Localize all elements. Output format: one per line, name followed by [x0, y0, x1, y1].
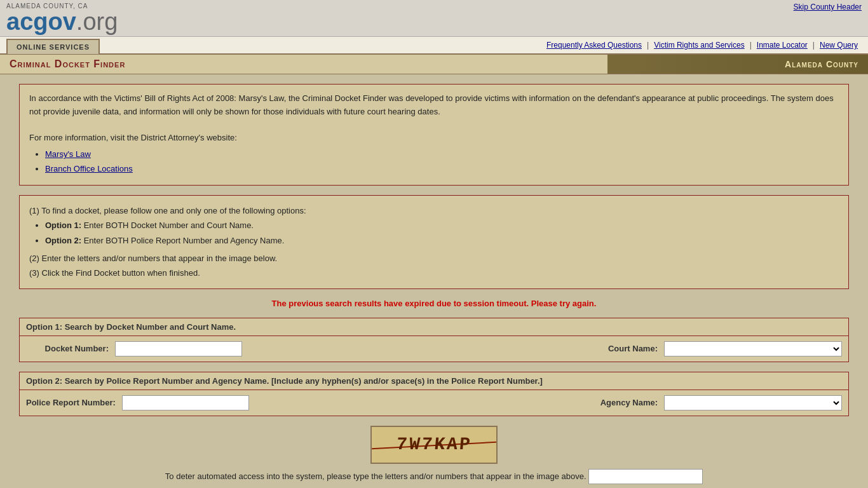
option2-label: Option 2: — [45, 236, 81, 245]
instructions-option1: Option 1: Enter BOTH Docket Number and C… — [45, 218, 839, 233]
logo-gov: gov — [33, 8, 76, 35]
agency-name-label: Agency Name: — [594, 398, 658, 407]
nav-separator-2: | — [749, 37, 753, 53]
docket-number-label: Docket Number: — [26, 344, 109, 353]
nav-separator-1: | — [646, 37, 650, 53]
instructions-line2: (2) Enter the letters and/or numbers tha… — [29, 251, 839, 266]
inmate-locator-link[interactable]: Inmate Locator — [753, 37, 811, 53]
court-name-label: Court Name: — [594, 344, 658, 353]
instructions-line1: (1) To find a docket, please follow one … — [29, 203, 839, 218]
logo-ac: ac — [6, 8, 33, 35]
logo: acgov.org — [6, 10, 118, 34]
option2-search-section: Option 2: Search by Police Report Number… — [19, 372, 849, 416]
new-query-link[interactable]: New Query — [816, 37, 862, 53]
instructions-option2: Option 2: Enter BOTH Police Report Numbe… — [45, 233, 839, 248]
error-message: The previous search results have expired… — [19, 299, 849, 308]
police-report-input[interactable] — [122, 395, 249, 410]
faq-link[interactable]: Frequently Asked Questions — [543, 37, 646, 53]
option2-text: Enter BOTH Police Report Number and Agen… — [81, 236, 284, 245]
nav-bar: ONLINE SERVICES Frequently Asked Questio… — [0, 37, 868, 55]
info-paragraph: In accordance with the Victims' Bill of … — [29, 92, 839, 119]
captcha-image: 7W7KAP — [370, 426, 498, 464]
captcha-section: 7W7KAP To deter automated access into th… — [19, 426, 849, 484]
branch-office-link[interactable]: Branch Office Locations — [45, 164, 133, 173]
county-name-title: Alameda County — [785, 59, 858, 69]
victim-rights-link[interactable]: Victim Rights and Services — [650, 37, 749, 53]
agency-name-select[interactable]: Alameda Police DepartmentAlbany Police D… — [664, 395, 842, 410]
main-content: In accordance with the Victims' Bill of … — [0, 74, 868, 488]
marsys-law-link[interactable]: Marsy's Law — [45, 149, 91, 159]
top-header: ALAMEDA COUNTY, CA acgov.org Skip County… — [0, 0, 868, 37]
captcha-input[interactable] — [588, 469, 703, 484]
docket-number-input[interactable] — [115, 341, 242, 356]
logo-area: ALAMEDA COUNTY, CA acgov.org — [6, 3, 118, 34]
title-bar: Criminal Docket Finder Alameda County — [0, 55, 868, 74]
option1-header: Option 1: Search by Docket Number and Co… — [20, 318, 848, 336]
skip-county-header-link[interactable]: Skip County Header — [794, 3, 862, 11]
option1-search-section: Option 1: Search by Docket Number and Co… — [19, 318, 849, 362]
option1-label: Option 1: — [45, 220, 81, 230]
logo-text: acgov.org — [6, 8, 118, 35]
court-name-select[interactable]: Fremont Hall of JusticeOakland Courthous… — [664, 341, 842, 356]
page-title: Criminal Docket Finder — [10, 58, 125, 70]
option1-fields-row: Docket Number: Court Name: Fremont Hall … — [20, 336, 848, 362]
info-links-list: Marsy's Law Branch Office Locations — [45, 148, 839, 176]
logo-org: .org — [76, 8, 118, 35]
instructions-line3: (3) Click the Find Docket button when fi… — [29, 266, 839, 280]
for-more-info: For more information, visit the District… — [29, 132, 839, 145]
captcha-instructions: To deter automated access into the syste… — [165, 471, 587, 481]
captcha-text-display: 7W7KAP — [395, 435, 473, 454]
option2-header: Option 2: Search by Police Report Number… — [20, 372, 848, 390]
option2-fields-row: Police Report Number: Agency Name: Alame… — [20, 390, 848, 416]
nav-separator-3: | — [811, 37, 816, 53]
police-report-label: Police Report Number: — [26, 398, 116, 407]
info-box: In accordance with the Victims' Bill of … — [19, 84, 849, 186]
instructions-options: Option 1: Enter BOTH Docket Number and C… — [45, 218, 839, 248]
nav-links: Frequently Asked Questions | Victim Righ… — [543, 37, 868, 53]
online-services-tab: ONLINE SERVICES — [6, 39, 100, 54]
instructions-box: (1) To find a docket, please follow one … — [19, 195, 849, 289]
option1-text: Enter BOTH Docket Number and Court Name. — [81, 220, 254, 230]
